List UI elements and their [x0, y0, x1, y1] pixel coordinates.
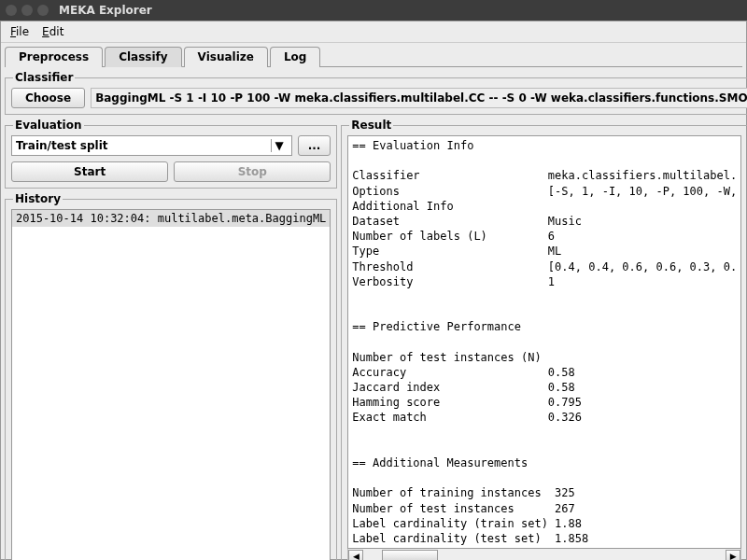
app-window: File Edit Preprocess Classify Visualize …: [0, 21, 747, 560]
window-close-icon[interactable]: [6, 5, 17, 16]
history-group: History 2015-10-14 10:32:04: multilabel.…: [5, 192, 337, 560]
tab-log[interactable]: Log: [270, 47, 320, 67]
scroll-left-icon[interactable]: ◀: [348, 550, 363, 560]
window-maximize-icon[interactable]: [37, 5, 49, 16]
menu-file[interactable]: File: [5, 23, 35, 40]
result-text[interactable]: == Evaluation Info Classifier meka.class…: [347, 135, 741, 549]
menubar: File Edit: [1, 21, 746, 43]
titlebar: MEKA Explorer: [0, 0, 747, 21]
evaluation-method-value: Train/test split: [16, 139, 108, 152]
evaluation-group: Evaluation Train/test split ▼ ... Start …: [5, 119, 337, 189]
tab-content: Classifier Choose BaggingML -S 1 -I 10 -…: [1, 67, 746, 560]
history-item[interactable]: 2015-10-14 10:32:04: multilabel.meta.Bag…: [12, 210, 330, 227]
start-button[interactable]: Start: [11, 161, 168, 182]
evaluation-method-select[interactable]: Train/test split ▼: [11, 135, 292, 156]
stop-button: Stop: [174, 161, 331, 182]
tab-visualize[interactable]: Visualize: [184, 47, 268, 67]
scroll-right-icon[interactable]: ▶: [726, 550, 740, 560]
evaluation-group-label: Evaluation: [13, 119, 84, 132]
result-group: Result == Evaluation Info Classifier mek…: [341, 119, 747, 560]
evaluation-options-button[interactable]: ...: [298, 135, 331, 156]
history-list[interactable]: 2015-10-14 10:32:04: multilabel.meta.Bag…: [11, 209, 331, 560]
tab-preprocess[interactable]: Preprocess: [5, 47, 103, 67]
result-group-label: Result: [349, 119, 393, 132]
window-minimize-icon[interactable]: [21, 5, 33, 16]
scroll-thumb[interactable]: [382, 550, 438, 560]
choose-classifier-button[interactable]: Choose: [11, 88, 85, 108]
tab-bar: Preprocess Classify Visualize Log: [1, 43, 746, 66]
classifier-string[interactable]: BaggingML -S 1 -I 10 -P 100 -W meka.clas…: [91, 88, 747, 108]
menu-edit[interactable]: Edit: [36, 23, 69, 40]
history-group-label: History: [13, 192, 63, 205]
classifier-group-label: Classifier: [13, 71, 75, 84]
scroll-track[interactable]: [363, 550, 726, 560]
classifier-group: Classifier Choose BaggingML -S 1 -I 10 -…: [5, 71, 747, 115]
chevron-down-icon: ▼: [271, 139, 288, 152]
window-title: MEKA Explorer: [59, 4, 152, 17]
result-hscrollbar[interactable]: ◀ ▶: [347, 549, 741, 560]
tab-classify[interactable]: Classify: [105, 47, 181, 67]
